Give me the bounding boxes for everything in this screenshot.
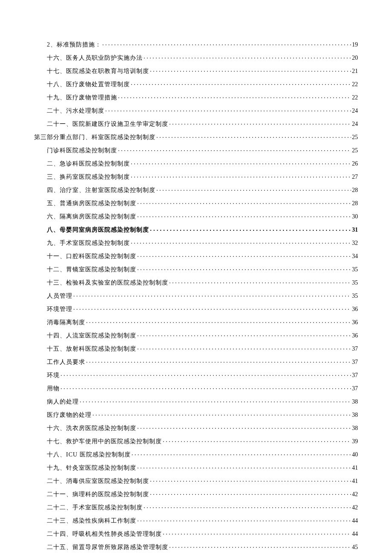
- toc-entry: 二十、污水处理制度24: [34, 104, 358, 117]
- toc-entry: 五、普通病房医院感染控制制度28: [34, 196, 358, 209]
- toc-leader-dots: [137, 464, 351, 470]
- toc-entry: 九、手术室医院感染控制制度32: [34, 236, 358, 249]
- toc-leader-dots: [137, 252, 351, 258]
- toc-entry-title: 二十五、留置导尿管所致尿路感染管理制度: [47, 544, 168, 550]
- toc-leader-dots: [137, 517, 351, 523]
- toc-entry: 第三部分重点部门、科室医院感染控制制度25: [34, 130, 358, 143]
- toc-entry: 八、母婴同室病房医院感染控制制度31: [34, 223, 358, 236]
- toc-entry-title: 二十一、医院新建医疗设施卫生学审定制度: [47, 121, 168, 127]
- toc-entry-page: 22: [352, 95, 358, 101]
- toc-entry-page: 24: [352, 121, 358, 127]
- toc-entry-title: 六、隔离病房医院感染控制制度: [47, 214, 136, 220]
- toc-entry: 二十六、手术部位感染管理制度45: [34, 553, 358, 555]
- toc-entry-page: 25: [352, 148, 358, 154]
- toc-entry: 十三、检验科及实验室的医院感染控制制度35: [34, 276, 358, 289]
- toc-leader-dots: [137, 331, 351, 337]
- toc-entry: 二、急诊科医院感染控制制度26: [34, 157, 358, 170]
- toc-entry: 环境管理36: [34, 302, 358, 315]
- toc-leader-dots: [163, 437, 351, 443]
- toc-entry: 十一、口腔科医院感染控制制度34: [34, 249, 358, 262]
- toc-leader-dots: [150, 226, 351, 232]
- toc-leader-dots: [137, 199, 351, 205]
- toc-leader-dots: [86, 358, 351, 364]
- toc-entry-title: 三、换药室医院感染控制制度: [47, 174, 130, 180]
- toc-entry-page: 36: [352, 306, 358, 312]
- toc-entry-page: 36: [352, 333, 358, 339]
- toc-leader-dots: [105, 107, 351, 113]
- toc-entry-page: 37: [352, 386, 358, 392]
- toc-entry-title: 二十二、手术室医院感染控制制度: [47, 505, 143, 511]
- toc-entry-title: 八、母婴同室病房医院感染控制制度: [47, 227, 149, 232]
- toc-entry: 三、换药室医院感染控制制度27: [34, 170, 358, 183]
- toc-entry: 十八、医疗废物处置管理制度22: [34, 77, 358, 90]
- toc-entry-page: 37: [352, 346, 358, 352]
- toc-entry-page: 30: [352, 214, 358, 220]
- toc-entry: 门诊科医院感染控制制度25: [34, 143, 358, 157]
- toc-leader-dots: [102, 41, 351, 46]
- toc-leader-dots: [137, 212, 351, 218]
- toc-entry-title: 第三部分重点部门、科室医院感染控制制度: [34, 134, 156, 140]
- toc-leader-dots: [137, 424, 351, 430]
- toc-entry-title: 十四、人流室医院感染控制制度: [47, 333, 136, 339]
- toc-entry-title: 医疗废物的处理: [47, 412, 92, 418]
- toc-entry: 十九、医疗废物管理措施22: [34, 90, 358, 104]
- toc-entry-page: 38: [352, 399, 358, 405]
- toc-entry-title: 十八、ICU 医院感染控制制度: [47, 452, 131, 458]
- toc-entry-page: 35: [352, 293, 358, 299]
- toc-leader-dots: [169, 543, 351, 549]
- toc-entry-page: 31: [352, 227, 358, 233]
- toc-entry-page: 39: [352, 439, 358, 445]
- toc-entry-page: 34: [352, 253, 358, 259]
- toc-entry-title: 二十、消毒供应室医院感染控制制度: [47, 478, 149, 484]
- toc-entry-title: 九、手术室医院感染控制制度: [47, 240, 130, 246]
- toc-entry-page: 38: [352, 412, 358, 418]
- toc-entry: 2、标准预防措施：19: [34, 38, 358, 51]
- toc-entry-title: 十七、医院感染在职教育与培训制度: [47, 68, 149, 74]
- toc-leader-dots: [92, 411, 351, 417]
- toc-entry-page: 42: [352, 491, 358, 497]
- toc-entry: 十八、ICU 医院感染控制制度40: [34, 447, 358, 461]
- toc-entry-title: 十八、医疗废物处置管理制度: [47, 81, 130, 87]
- toc-entry-title: 工作人员要求: [47, 359, 85, 365]
- toc-leader-dots: [163, 530, 351, 536]
- toc-entry-title: 病人的处理: [47, 399, 79, 405]
- toc-leader-dots: [61, 384, 351, 390]
- toc-entry-title: 五、普通病房医院感染控制制度: [47, 200, 136, 206]
- toc-entry-page: 25: [352, 134, 358, 140]
- toc-container: 2、标准预防措施：19十六、医务人员职业防护实施办法20十七、医院感染在职教育与…: [34, 38, 358, 555]
- toc-entry-title: 十六、洗衣房医院感染控制制度: [47, 425, 136, 431]
- toc-entry-title: 十九、针灸室医院感染控制制度: [47, 465, 136, 471]
- toc-entry-page: 37: [352, 359, 358, 365]
- toc-leader-dots: [80, 398, 351, 404]
- toc-entry: 十六、医务人员职业防护实施办法20: [34, 51, 358, 64]
- toc-entry: 用物37: [34, 381, 358, 395]
- toc-entry: 环境37: [34, 368, 358, 381]
- toc-leader-dots: [144, 503, 351, 509]
- toc-leader-dots: [131, 80, 351, 86]
- toc-entry-title: 消毒隔离制度: [47, 320, 85, 325]
- toc-leader-dots: [150, 67, 351, 73]
- toc-entry-title: 十九、医疗废物管理措施: [47, 95, 117, 101]
- toc-entry-title: 十一、口腔科医院感染控制制度: [47, 253, 136, 259]
- toc-entry-page: 38: [352, 425, 358, 431]
- toc-leader-dots: [150, 490, 351, 496]
- toc-entry-page: 26: [352, 161, 358, 167]
- toc-leader-dots: [86, 318, 351, 324]
- toc-entry-page: 20: [352, 55, 358, 61]
- toc-entry: 二十五、留置导尿管所致尿路感染管理制度45: [34, 540, 358, 553]
- toc-entry-title: 十五、放射科医院感染控制制度: [47, 346, 136, 352]
- toc-leader-dots: [118, 146, 351, 152]
- toc-entry: 十七、救护车使用中的医院感染控制制度39: [34, 434, 358, 447]
- toc-entry-page: 42: [352, 505, 358, 511]
- toc-entry-page: 35: [352, 280, 358, 286]
- toc-entry-page: 27: [352, 174, 358, 180]
- toc-leader-dots: [73, 305, 351, 311]
- toc-entry: 十七、医院感染在职教育与培训制度21: [34, 64, 358, 77]
- toc-leader-dots: [156, 133, 351, 139]
- toc-entry-page: 35: [352, 267, 358, 273]
- toc-entry: 二十二、手术室医院感染控制制度42: [34, 500, 358, 514]
- toc-entry-page: 45: [352, 544, 358, 550]
- toc-entry-title: 2、标准预防措施：: [47, 42, 101, 48]
- toc-entry-page: 40: [352, 452, 358, 458]
- toc-entry: 二十四、呼吸机相关性肺炎感染管理制度44: [34, 527, 358, 540]
